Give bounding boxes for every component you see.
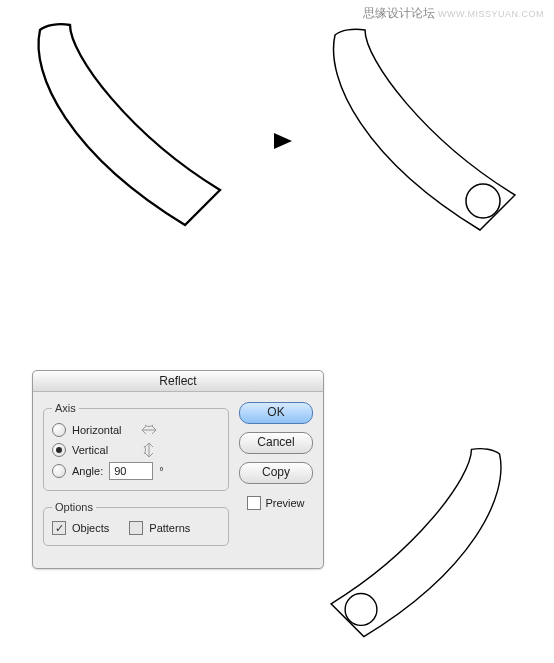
dialog-title: Reflect bbox=[33, 371, 323, 392]
horizontal-axis-icon bbox=[140, 422, 158, 438]
copy-button[interactable]: Copy bbox=[239, 462, 313, 484]
angle-input[interactable]: 90 bbox=[109, 462, 153, 480]
options-legend: Options bbox=[52, 501, 96, 513]
svg-point-0 bbox=[466, 184, 500, 218]
vertical-radio[interactable] bbox=[52, 443, 66, 457]
shape-reflected bbox=[305, 440, 535, 660]
axis-group: Axis Horizontal Vertical bbox=[43, 402, 229, 491]
options-group: Options Objects Patterns bbox=[43, 501, 229, 546]
patterns-label: Patterns bbox=[149, 522, 190, 534]
objects-label: Objects bbox=[72, 522, 109, 534]
watermark-text: 思缘设计论坛 bbox=[363, 6, 435, 20]
degree-symbol: ° bbox=[159, 465, 163, 477]
shape-original bbox=[10, 15, 240, 250]
reflect-dialog: Reflect Axis Horizontal Vertical bbox=[32, 370, 324, 569]
arrow-icon bbox=[272, 130, 294, 152]
source-watermark: 思缘设计论坛 WWW.MISSYUAN.COM bbox=[363, 6, 544, 21]
vertical-label: Vertical bbox=[72, 444, 134, 456]
horizontal-label: Horizontal bbox=[72, 424, 134, 436]
preview-label: Preview bbox=[265, 497, 304, 509]
objects-checkbox[interactable] bbox=[52, 521, 66, 535]
angle-radio[interactable] bbox=[52, 464, 66, 478]
horizontal-radio[interactable] bbox=[52, 423, 66, 437]
shape-with-hole bbox=[305, 20, 535, 255]
cancel-button[interactable]: Cancel bbox=[239, 432, 313, 454]
axis-legend: Axis bbox=[52, 402, 79, 414]
vertical-axis-icon bbox=[140, 442, 158, 458]
angle-label: Angle: bbox=[72, 465, 103, 477]
patterns-checkbox[interactable] bbox=[129, 521, 143, 535]
svg-point-1 bbox=[345, 594, 377, 626]
preview-checkbox[interactable] bbox=[247, 496, 261, 510]
watermark-url: WWW.MISSYUAN.COM bbox=[438, 9, 544, 19]
ok-button[interactable]: OK bbox=[239, 402, 313, 424]
